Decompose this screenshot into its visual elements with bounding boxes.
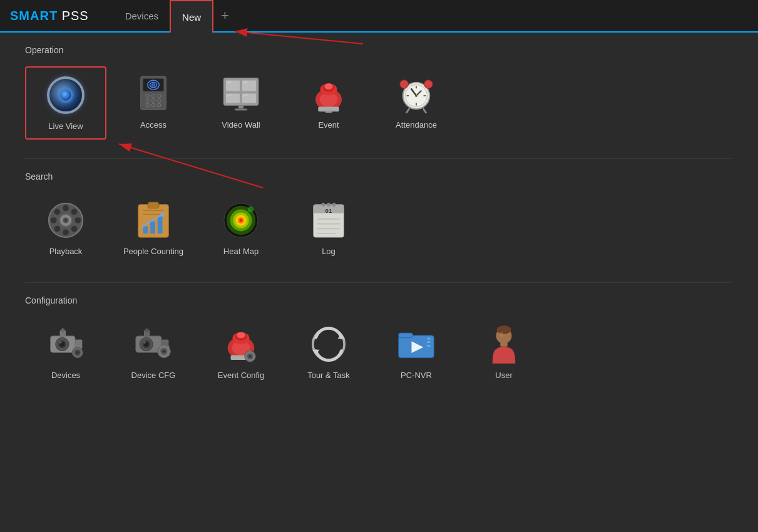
access-label: Access [140,120,166,130]
svg-point-13 [157,99,161,103]
svg-rect-101 [72,351,74,354]
svg-rect-100 [76,356,79,358]
divider-1 [25,158,733,159]
heat-map-label: Heat Map [223,247,259,256]
pc-nvr-label: PC-NVR [401,371,432,380]
svg-line-46 [407,109,409,113]
svg-point-45 [424,80,433,89]
svg-point-32 [324,83,332,90]
svg-rect-34 [325,110,332,113]
event-config-label: Event Config [218,371,264,380]
svg-point-92 [59,341,62,344]
live-view-label: Live View [48,121,83,131]
search-section: Search [25,171,733,263]
playback-item[interactable]: Playback [25,193,106,263]
svg-rect-102 [81,351,83,354]
pc-nvr-item[interactable]: PC-NVR [376,317,457,387]
event-config-item[interactable]: Event Config [200,317,282,387]
svg-point-11 [146,99,150,103]
app-title: SMART PSS [10,9,89,23]
svg-rect-99 [76,347,79,350]
svg-point-56 [54,226,61,232]
tab-new[interactable]: New [170,0,213,33]
config-devices-label: Devices [51,371,80,380]
heat-map-icon [221,200,261,240]
svg-rect-22 [227,81,232,84]
log-label: Log [322,247,335,256]
device-cfg-item[interactable]: Device CFG [113,317,194,387]
attendance-icon [396,74,436,114]
event-config-icon [221,324,261,364]
svg-point-110 [145,329,149,332]
tour-task-label: Tour & Task [307,371,350,380]
svg-rect-134 [253,355,255,357]
svg-rect-65 [158,217,163,233]
video-wall-label: Video Wall [222,120,260,130]
svg-point-53 [54,209,61,215]
svg-rect-64 [150,222,155,233]
svg-point-113 [163,350,166,353]
user-item[interactable]: User [463,317,545,387]
config-devices-icon [46,324,86,364]
svg-point-44 [400,80,409,89]
access-item[interactable]: Access [113,66,194,140]
event-item[interactable]: Event [288,66,369,140]
device-cfg-label: Device CFG [131,371,176,380]
app-title-bold: SMART [10,9,58,23]
people-counting-item[interactable]: People Counting [113,193,194,263]
log-item[interactable]: 01 Log [288,193,369,263]
svg-point-10 [157,94,161,98]
event-label: Event [318,120,339,130]
attendance-item[interactable]: Attendance [376,66,457,140]
attendance-label: Attendance [396,120,437,130]
svg-rect-116 [158,350,161,352]
svg-point-49 [63,205,69,212]
svg-rect-131 [249,351,252,354]
svg-line-47 [424,109,426,113]
main-content: Operation Live View [0,33,758,419]
live-view-item[interactable]: Live View [25,66,106,140]
operation-section: Operation Live View [25,45,733,140]
svg-point-59 [64,219,67,222]
tour-task-item[interactable]: Tour & Task [288,317,369,387]
svg-point-95 [61,329,64,332]
people-counting-label: People Counting [123,247,183,256]
svg-point-130 [249,355,252,357]
config-devices-item[interactable]: Devices [25,317,106,387]
video-wall-item[interactable]: Video Wall [200,66,282,140]
svg-point-12 [151,99,155,103]
user-icon [484,324,524,364]
svg-point-146 [496,325,511,334]
svg-point-52 [75,217,81,223]
user-label: User [495,371,512,380]
event-icon [309,74,349,114]
playback-icon [46,200,86,240]
svg-rect-142 [427,341,431,343]
configuration-grid: Devices [25,317,733,387]
svg-rect-23 [243,81,248,84]
video-wall-icon [221,74,261,114]
svg-rect-62 [148,202,158,208]
configuration-section: Configuration [25,295,733,387]
svg-rect-26 [238,106,243,109]
svg-point-9 [151,94,155,98]
operation-grid: Live View [25,66,733,140]
search-title: Search [25,171,733,182]
svg-rect-24 [227,95,232,96]
svg-rect-132 [249,359,252,362]
svg-rect-27 [235,109,247,111]
heat-map-item[interactable]: Heat Map [200,193,282,263]
svg-point-43 [415,95,417,97]
app-title-light: PSS [58,9,89,23]
svg-point-126 [237,332,245,339]
svg-rect-25 [243,95,248,96]
svg-point-50 [63,230,69,236]
svg-point-55 [71,209,78,215]
people-counting-icon [133,200,173,240]
svg-point-8 [146,94,150,98]
tab-add-button[interactable]: + [213,0,237,32]
svg-point-76 [248,207,254,213]
svg-rect-114 [163,345,165,348]
tab-devices[interactable]: Devices [114,0,170,32]
svg-rect-63 [143,227,148,234]
